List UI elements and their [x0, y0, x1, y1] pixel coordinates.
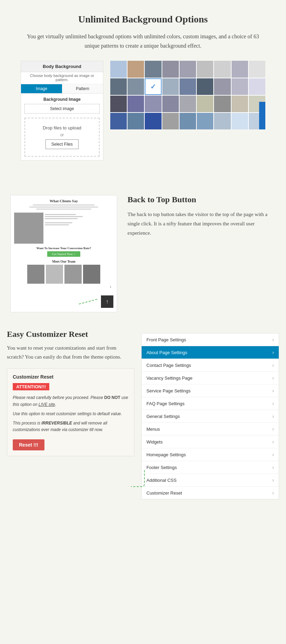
bg-demo-row: Body Background Choose body background a… [21, 61, 265, 160]
team-photo [83, 265, 100, 284]
warning-text-1: Please read carefully before you proceed… [13, 394, 129, 408]
settings-item-additional-css[interactable]: Additional CSS › [142, 474, 279, 487]
image-cell[interactable] [232, 78, 248, 95]
image-cell[interactable] [162, 96, 179, 112]
image-cell[interactable] [214, 113, 231, 129]
settings-item-customizer-reset[interactable]: Customizer Reset › [142, 487, 279, 499]
image-cell-selected[interactable] [145, 78, 161, 95]
drop-zone[interactable]: Drop files to upload or Select Files [24, 118, 100, 157]
preview-team-title: Meet Our Team [14, 260, 113, 263]
settings-item-footer[interactable]: Footer Settings › [142, 461, 279, 474]
image-cell[interactable] [145, 113, 161, 129]
chevron-right-icon: › [272, 401, 274, 406]
back-to-top-heading: Back to Top Button [127, 195, 276, 204]
image-cell[interactable] [232, 113, 248, 129]
settings-item-front-page[interactable]: Front Page Settings › [142, 333, 279, 346]
select-files-button[interactable]: Select Files [45, 139, 79, 149]
dashed-arrow-indicator [131, 470, 145, 487]
image-cell[interactable] [197, 96, 213, 112]
settings-item-label: Footer Settings [146, 465, 177, 470]
image-cell[interactable] [214, 96, 231, 112]
settings-item-label: Customizer Reset [146, 490, 182, 496]
settings-item-general[interactable]: General Settings › [142, 410, 279, 423]
image-cell[interactable] [110, 96, 127, 112]
text-line [45, 218, 78, 219]
team-photo [27, 265, 44, 284]
settings-item-label: About Page Settings [146, 350, 187, 355]
settings-item-homepage[interactable]: Homepage Settings › [142, 448, 279, 461]
settings-item-contact-page[interactable]: Contact Page Settings › [142, 359, 279, 372]
image-cell[interactable] [214, 78, 231, 95]
settings-item-faq-page[interactable]: FAQ Page Settings › [142, 397, 279, 410]
chevron-right-icon: › [272, 362, 274, 368]
text-line [33, 204, 95, 206]
image-cell[interactable] [145, 96, 161, 112]
customizer-description: You want to reset your customizations an… [7, 344, 134, 361]
image-cell[interactable] [127, 78, 144, 95]
image-grid-panel [110, 61, 265, 129]
chevron-right-icon: › [272, 426, 274, 432]
image-cell[interactable] [127, 96, 144, 112]
image-cell[interactable] [162, 113, 179, 129]
settings-item-service-page[interactable]: Service Page Settings › [142, 384, 279, 397]
customizer-left-panel: Easy Customizer Reset You want to reset … [7, 330, 134, 456]
image-cell[interactable] [249, 61, 265, 77]
image-cell[interactable] [180, 61, 196, 77]
settings-item-label: General Settings [146, 414, 180, 419]
settings-item-label: Service Page Settings [146, 388, 191, 393]
image-cell[interactable] [162, 61, 179, 77]
settings-item-vacancy-page[interactable]: Vacancy Settings Page › [142, 372, 279, 384]
image-cell[interactable] [110, 78, 127, 95]
image-cell[interactable] [232, 96, 248, 112]
image-cell[interactable] [249, 78, 265, 95]
settings-item-widgets[interactable]: Widgets › [142, 436, 279, 448]
image-cell[interactable] [214, 61, 231, 77]
settings-item-label: Vacancy Settings Page [146, 375, 192, 381]
chevron-right-icon: › [272, 477, 274, 483]
image-cell[interactable] [197, 113, 213, 129]
settings-item-label: Additional CSS [146, 478, 176, 483]
image-cell[interactable] [127, 113, 144, 129]
settings-item-menus[interactable]: Menus › [142, 423, 279, 436]
settings-item-about-page[interactable]: About Page Settings › [142, 346, 279, 359]
widget-tabs: Image Pattern [21, 84, 103, 94]
settings-item-label: FAQ Page Settings [146, 401, 185, 406]
image-cell[interactable] [145, 61, 161, 77]
image-cell[interactable] [180, 113, 196, 129]
scrollbar[interactable] [259, 102, 265, 129]
reset-box-title: Customizer Reset [13, 374, 129, 380]
image-cell[interactable] [232, 61, 248, 77]
section-customizer-reset: Easy Customizer Reset You want to reset … [0, 319, 286, 513]
preview-cta-button: Get Started Now > [47, 251, 80, 257]
body-background-widget: Body Background Choose body background a… [21, 61, 103, 160]
section-back-to-top: What Clients Say Want To Increase Your C… [0, 188, 286, 319]
chevron-right-icon: › [272, 350, 274, 355]
image-cell[interactable] [110, 113, 127, 129]
image-cell[interactable] [180, 96, 196, 112]
section-background-options: Unlimited Background Options You get vir… [0, 0, 286, 167]
customizer-right-panel: Front Page Settings › About Page Setting… [141, 330, 279, 499]
image-cell[interactable] [197, 78, 213, 95]
chevron-right-icon: › [272, 465, 274, 470]
back-to-top-button[interactable]: ↑ [101, 295, 113, 308]
widget-subtitle: Choose body background as image or patte… [21, 72, 103, 84]
preview-team-row [14, 265, 113, 284]
image-cell[interactable] [162, 78, 179, 95]
image-cell[interactable] [180, 78, 196, 95]
back-to-top-preview: What Clients Say Want To Increase Your C… [10, 195, 117, 312]
chevron-right-icon: › [272, 439, 274, 445]
select-image-button[interactable]: Select image [24, 104, 100, 114]
preview-image-row [14, 213, 113, 244]
drop-text: Drop files to upload [29, 125, 95, 130]
tab-image[interactable]: Image [21, 84, 62, 93]
tab-pattern[interactable]: Pattern [62, 84, 103, 93]
image-cell[interactable] [127, 61, 144, 77]
or-text: or [29, 133, 95, 137]
back-to-top-description: The back to top button takes the visitor… [127, 210, 276, 238]
reset-button[interactable]: Reset !!! [13, 439, 44, 450]
image-cell[interactable] [110, 61, 127, 77]
back-to-top-row: ↑ [11, 293, 117, 312]
image-cell[interactable] [197, 61, 213, 77]
preview-clients-title: What Clients Say [14, 199, 113, 203]
customizer-heading: Easy Customizer Reset [7, 330, 134, 339]
